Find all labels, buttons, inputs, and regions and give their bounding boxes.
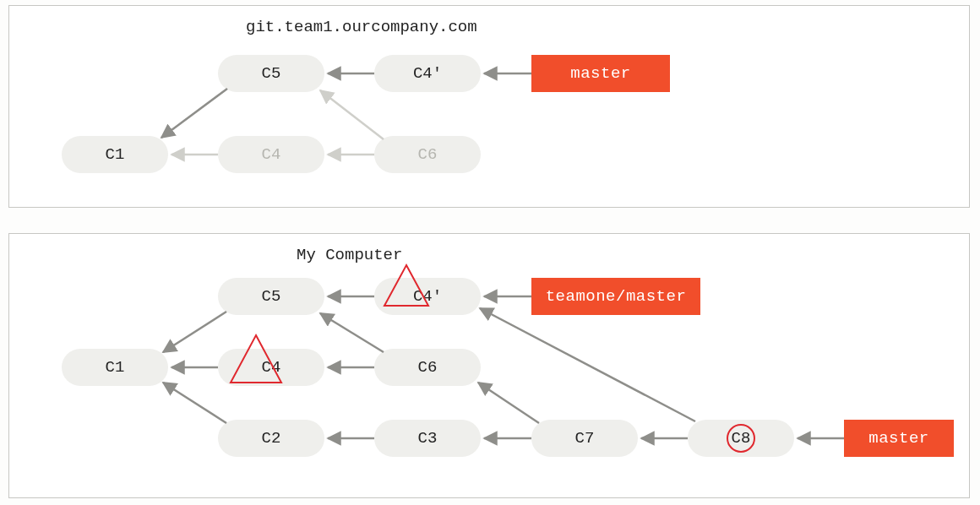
local-node-c7: C7 <box>531 420 638 457</box>
local-node-c1: C1 <box>62 349 168 386</box>
local-branch-master: master <box>844 420 954 457</box>
node-label: C5 <box>262 64 281 83</box>
remote-node-c4: C4 <box>218 136 324 173</box>
remote-branch-master: master <box>531 55 670 92</box>
remote-title: git.team1.ourcompany.com <box>246 18 477 36</box>
local-node-c8: C8 <box>688 420 794 457</box>
local-node-c5: C5 <box>218 278 324 315</box>
node-label: C8 <box>732 429 751 448</box>
remote-node-c5: C5 <box>218 55 324 92</box>
remote-node-c1: C1 <box>62 136 168 173</box>
branch-label: teamone/master <box>546 287 687 306</box>
svg-line-15 <box>478 383 539 423</box>
remote-node-c6: C6 <box>374 136 481 173</box>
node-label: C6 <box>418 145 438 164</box>
local-node-c6: C6 <box>374 349 481 386</box>
branch-label: master <box>868 429 928 448</box>
local-branch-teamone-master: teamone/master <box>531 278 700 315</box>
local-node-c3: C3 <box>374 420 481 457</box>
remote-arrows <box>9 6 969 207</box>
node-label: C5 <box>262 287 281 306</box>
node-label: C3 <box>418 429 438 448</box>
node-label: C2 <box>262 429 281 448</box>
node-label: C1 <box>106 358 125 377</box>
node-label: C1 <box>106 145 125 164</box>
node-label: C4' <box>413 287 442 306</box>
local-node-c2: C2 <box>218 420 324 457</box>
local-panel: My Computer C5 C4' teamone/master C1 C4 … <box>8 233 970 498</box>
local-node-c4: C4 <box>218 349 324 386</box>
remote-panel: git.team1.ourcompany.com C5 C4' master C… <box>8 5 970 208</box>
svg-line-0 <box>161 89 227 138</box>
node-label: C4 <box>262 358 281 377</box>
remote-node-c4p: C4' <box>374 55 481 92</box>
node-label: C6 <box>418 358 438 377</box>
svg-line-12 <box>163 383 226 423</box>
local-title: My Computer <box>297 246 402 264</box>
svg-line-5 <box>320 90 384 139</box>
node-label: C7 <box>575 429 595 448</box>
svg-line-11 <box>320 313 384 352</box>
node-label: C4 <box>262 145 281 164</box>
local-node-c4p: C4' <box>374 278 481 315</box>
node-label: C4' <box>413 64 442 83</box>
svg-line-6 <box>163 312 226 352</box>
svg-line-17 <box>480 308 695 421</box>
branch-label: master <box>570 64 630 83</box>
